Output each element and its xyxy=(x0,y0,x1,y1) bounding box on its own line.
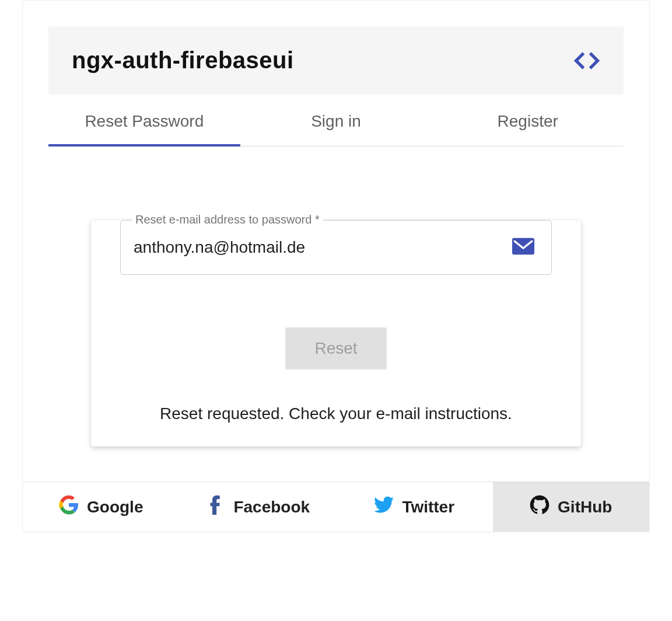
google-icon xyxy=(59,495,79,519)
mail-icon xyxy=(512,238,534,257)
email-field-label: Reset e-mail address to password * xyxy=(132,213,323,226)
tab-reset-password[interactable]: Reset Password xyxy=(48,95,240,146)
provider-google[interactable]: Google xyxy=(23,482,180,532)
providers-bar: Google Facebook Twitter GitHub xyxy=(23,482,649,532)
provider-label: Facebook xyxy=(233,498,310,517)
auth-tabs: Reset Password Sign in Register xyxy=(48,95,624,146)
provider-label: GitHub xyxy=(558,498,612,517)
provider-facebook[interactable]: Facebook xyxy=(180,482,337,532)
reset-card: Reset e-mail address to password * Reset… xyxy=(91,220,581,446)
email-field[interactable] xyxy=(120,220,552,275)
status-message: Reset requested. Check your e-mail instr… xyxy=(120,404,552,423)
email-field-wrap: Reset e-mail address to password * xyxy=(120,220,552,275)
component-title: ngx-auth-firebaseui xyxy=(72,47,294,74)
tab-register[interactable]: Register xyxy=(432,95,624,146)
github-icon xyxy=(530,495,550,519)
svg-rect-2 xyxy=(512,238,534,255)
tab-sign-in[interactable]: Sign in xyxy=(240,95,432,146)
provider-label: Twitter xyxy=(402,498,454,517)
provider-label: Google xyxy=(87,498,143,517)
component-header: ngx-auth-firebaseui xyxy=(48,26,624,95)
provider-twitter[interactable]: Twitter xyxy=(336,482,493,532)
twitter-icon xyxy=(374,495,394,519)
facebook-icon xyxy=(205,495,225,519)
code-icon[interactable] xyxy=(573,52,600,69)
provider-github[interactable]: GitHub xyxy=(493,482,650,532)
reset-button[interactable]: Reset xyxy=(285,327,386,369)
